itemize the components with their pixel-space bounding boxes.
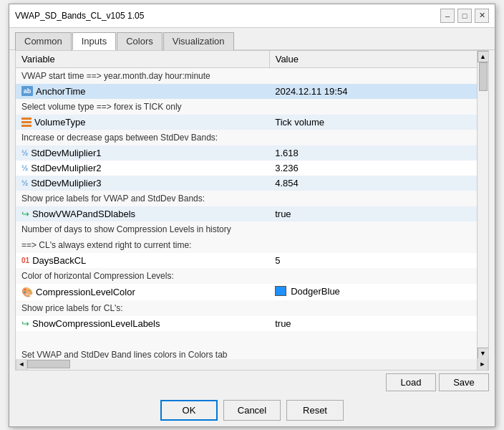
- arrow-icon: ↪: [21, 209, 29, 219]
- color-label: DodgerBlue: [291, 286, 340, 297]
- half-icon: ½: [21, 163, 28, 172]
- variable-name: DaysBackCL: [32, 255, 86, 266]
- value-cell: 2024.12.11 19:54: [269, 84, 477, 99]
- half-icon: ½: [21, 148, 28, 157]
- table-row[interactable]: ↪ShowCompressionLevelLabelstrue: [16, 316, 477, 331]
- variable-name: AnchorTime: [36, 86, 86, 97]
- tab-visualization[interactable]: Visualization: [163, 32, 234, 50]
- table-row[interactable]: ½StdDevMuliplier34.854: [16, 176, 477, 191]
- save-button[interactable]: Save: [439, 373, 489, 391]
- table-row[interactable]: abAnchorTime2024.12.11 19:54: [16, 84, 477, 99]
- table-section-row: Color of horizontal Compression Levels:: [16, 268, 477, 284]
- half-icon: ½: [21, 178, 28, 187]
- footer: OK Cancel Reset: [9, 394, 495, 426]
- reset-button[interactable]: Reset: [286, 400, 344, 421]
- scrollbar-thumb[interactable]: [479, 62, 488, 91]
- scrollbar-track[interactable]: [478, 62, 488, 348]
- table-spacer-row: [16, 331, 477, 347]
- table-section-row: VWAP start time ==> year.month.day hour:…: [16, 67, 477, 84]
- paint-icon: 🎨: [21, 287, 33, 297]
- main-window: VWAP_SD_Bands_CL_v105 1.05 – □ ✕ Common …: [9, 4, 495, 427]
- table-row[interactable]: ↪ShowVWAPandSDlabelstrue: [16, 206, 477, 221]
- table-section-row: Select volume type ==> forex is TICK onl…: [16, 99, 477, 115]
- variable-name: ShowCompressionLevelLabels: [32, 318, 160, 329]
- value-cell: true: [269, 206, 477, 221]
- value-cell: 1.618: [269, 145, 477, 161]
- value-cell: 5: [269, 253, 477, 268]
- table-section-row: Number of days to show Compression Level…: [16, 221, 477, 237]
- variable-name: StdDevMuliplier3: [31, 178, 101, 188]
- value-cell: 3.236: [269, 161, 477, 176]
- col-header-value: Value: [269, 51, 477, 68]
- inputs-table: Variable Value VWAP start time ==> year.…: [16, 51, 477, 359]
- horizontal-scrollbar[interactable]: ◄ ►: [15, 359, 489, 371]
- maximize-button[interactable]: □: [457, 9, 472, 23]
- ab-icon: ab: [21, 86, 33, 96]
- window-controls: – □ ✕: [440, 9, 489, 23]
- variable-name: ShowVWAPandSDlabels: [32, 209, 135, 219]
- arrow2-icon: ↪: [21, 318, 29, 329]
- close-button[interactable]: ✕: [475, 9, 489, 23]
- vertical-scrollbar[interactable]: ▲ ▼: [477, 51, 488, 359]
- variable-name: StdDevMuliplier1: [31, 148, 101, 158]
- color-swatch: [275, 286, 286, 296]
- table-row[interactable]: 01DaysBackCL5: [16, 253, 477, 268]
- scroll-down-button[interactable]: ▼: [478, 348, 489, 359]
- table-row[interactable]: ½StdDevMuliplier23.236: [16, 161, 477, 176]
- variable-name: StdDevMuliplier2: [31, 163, 101, 173]
- variable-name: CompressionLevelColor: [36, 287, 135, 297]
- cancel-button[interactable]: Cancel: [223, 400, 281, 421]
- color-value-cell: DodgerBlue: [275, 286, 340, 297]
- value-cell: Tick volume: [269, 115, 477, 130]
- window-title: VWAP_SD_Bands_CL_v105 1.05: [15, 11, 144, 21]
- table-section-row: ==> CL's always extend right to current …: [16, 237, 477, 253]
- col-header-variable: Variable: [16, 51, 269, 68]
- table-section-row: Increase or decrease gaps between StdDev…: [16, 130, 477, 145]
- hscroll-right-button[interactable]: ►: [477, 358, 488, 370]
- value-cell: 4.854: [269, 176, 477, 191]
- 01-icon: 01: [21, 257, 29, 264]
- tab-common[interactable]: Common: [15, 32, 72, 50]
- hscroll-thumb[interactable]: [27, 360, 70, 368]
- minimize-button[interactable]: –: [440, 9, 455, 23]
- variable-name: VolumeType: [34, 117, 86, 128]
- load-button[interactable]: Load: [386, 373, 436, 391]
- table-row[interactable]: 🎨CompressionLevelColorDodgerBlue: [16, 284, 477, 301]
- title-bar: VWAP_SD_Bands_CL_v105 1.05 – □ ✕: [9, 4, 495, 28]
- value-cell: true: [269, 316, 477, 331]
- table-section-row: Set VWAP and StdDev Band lines colors in…: [16, 347, 477, 359]
- ok-button[interactable]: OK: [160, 400, 218, 421]
- stack-icon: [21, 118, 32, 127]
- hscroll-track[interactable]: [27, 359, 477, 370]
- table-section-row: Show price labels for VWAP and StdDev Ba…: [16, 191, 477, 206]
- table-section-row: Show price labels for CL's:: [16, 300, 477, 316]
- tab-inputs[interactable]: Inputs: [72, 32, 116, 50]
- hscroll-left-button[interactable]: ◄: [16, 358, 27, 370]
- tab-bar: Common Inputs Colors Visualization: [9, 28, 495, 50]
- table-row[interactable]: ½StdDevMuliplier11.618: [16, 145, 477, 161]
- scroll-up-button[interactable]: ▲: [478, 51, 489, 62]
- tab-colors[interactable]: Colors: [117, 32, 163, 50]
- table-row[interactable]: VolumeTypeTick volume: [16, 115, 477, 130]
